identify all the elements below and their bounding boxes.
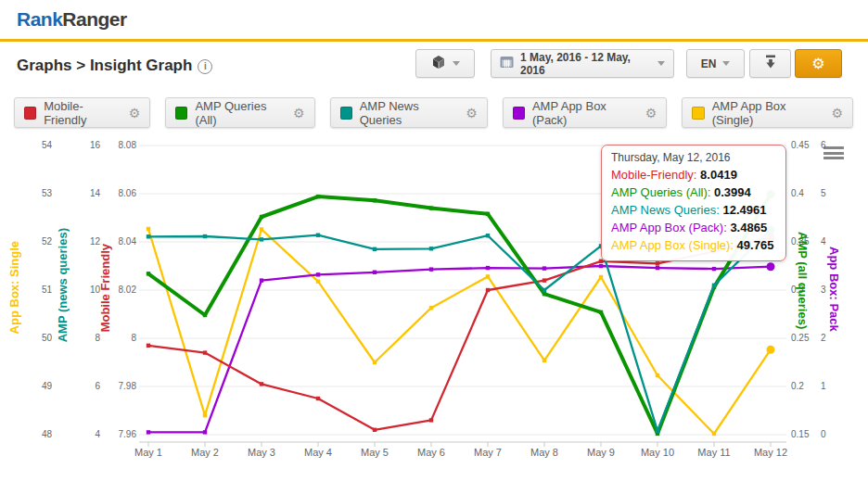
rankranger-app: RankRanger Graphs > Insight Graphi 1 May… <box>0 0 868 481</box>
chevron-down-icon <box>657 61 665 66</box>
y-axis-tick-single: 49 <box>26 381 52 392</box>
legend-button-amp-queries-all-[interactable]: AMP Queries (All)⚙ <box>165 97 314 128</box>
package-icon <box>431 55 446 73</box>
y-axis-tick-pack: 1 <box>821 381 837 392</box>
axis-title-pack: App Box: Pack <box>827 247 841 332</box>
package-dropdown-button[interactable] <box>415 49 475 78</box>
y-axis-tick-pack: 6 <box>821 140 837 151</box>
chevron-down-icon <box>453 61 460 66</box>
y-axis-tick-pack: 2 <box>821 333 837 344</box>
y-axis-tick-single: 48 <box>26 429 52 440</box>
settings-button[interactable]: ⚙ <box>795 49 842 78</box>
legend-button-amp-app-box-pack-[interactable]: AMP App Box (Pack)⚙ <box>503 97 668 128</box>
breadcrumb: Graphs > Insight Graphi <box>17 57 212 75</box>
y-axis-tick-mobile: 7.98 <box>106 381 136 392</box>
rankranger-logo[interactable]: RankRanger <box>17 8 127 31</box>
tooltip-row: AMP App Box (Single): 49.765 <box>611 236 776 254</box>
gear-icon: ⚙ <box>811 57 824 71</box>
y-axis-tick-news: 16 <box>76 140 100 151</box>
chevron-down-icon <box>722 61 730 66</box>
series-color-swatch <box>24 107 36 120</box>
y-axis-tick-all: 0.25 <box>791 333 819 344</box>
x-axis-label: May 9 <box>573 447 629 458</box>
series-color-swatch <box>513 107 525 120</box>
tooltip-row: Mobile-Friendly: 8.0419 <box>611 166 776 184</box>
axis-title-news: AMP (news queries) <box>56 228 70 342</box>
x-axis-label: May 12 <box>743 447 798 458</box>
series-color-swatch <box>175 107 187 120</box>
legend-button-mobile-friendly[interactable]: Mobile-Friendly⚙ <box>14 97 150 128</box>
language-dropdown[interactable]: EN <box>686 49 745 78</box>
download-icon <box>764 55 777 72</box>
y-axis-tick-news: 14 <box>76 188 100 199</box>
chart-tooltip: Thursday, May 12, 2016 Mobile-Friendly: … <box>601 145 786 261</box>
y-axis-tick-mobile: 8.06 <box>106 188 136 199</box>
date-range-value: 1 May, 2016 - 12 May, 2016 <box>520 51 651 77</box>
axis-title-single: App Box: Single <box>7 241 21 334</box>
y-axis-tick-single: 50 <box>26 333 52 344</box>
y-axis-tick-all: 0.45 <box>791 140 819 151</box>
date-range-picker[interactable]: 1 May, 2016 - 12 May, 2016 <box>491 49 674 78</box>
y-axis-tick-mobile: 7.96 <box>106 429 136 440</box>
logo-rank: Rank <box>17 8 62 30</box>
y-axis-tick-pack: 5 <box>821 188 837 199</box>
gear-icon[interactable]: ⚙ <box>293 107 305 120</box>
y-axis-tick-news: 10 <box>76 285 100 296</box>
y-axis-tick-news: 8 <box>76 333 100 344</box>
tooltip-rows: Mobile-Friendly: 8.0419AMP Queries (All)… <box>611 166 776 254</box>
legend-button-amp-news-queries[interactable]: AMP News Queries⚙ <box>330 97 488 128</box>
x-axis-label: May 8 <box>517 447 572 458</box>
toolbar-row: Graphs > Insight Graphi 1 May, 2016 - 12… <box>0 42 868 95</box>
x-axis-label: May 3 <box>234 447 289 458</box>
language-value: EN <box>701 57 717 70</box>
x-axis-label: May 6 <box>403 447 459 458</box>
info-icon[interactable]: i <box>198 59 212 74</box>
gear-icon[interactable]: ⚙ <box>645 107 657 120</box>
page-title: Graphs > Insight Graph <box>17 57 192 74</box>
y-axis-tick-news: 12 <box>76 236 100 247</box>
y-axis-tick-all: 0.4 <box>791 188 819 199</box>
series-color-swatch <box>692 107 704 120</box>
legend-label: AMP App Box (Single) <box>712 99 823 127</box>
y-axis-tick-mobile: 8 <box>106 333 136 344</box>
logo-ranger: Ranger <box>62 8 126 30</box>
y-axis-tick-news: 6 <box>76 381 100 392</box>
y-axis-tick-news: 4 <box>76 429 100 440</box>
axis-title-all: AMP (all queries) <box>796 232 810 329</box>
legend-label: Mobile-Friendly <box>44 99 121 127</box>
download-button[interactable] <box>749 49 791 78</box>
header-controls: 1 May, 2016 - 12 May, 2016 EN ⚙ <box>415 49 842 78</box>
y-axis-tick-all: 0.15 <box>791 429 819 440</box>
y-axis-tick-pack: 0 <box>821 429 837 440</box>
gear-icon[interactable]: ⚙ <box>466 107 478 120</box>
gear-icon[interactable]: ⚙ <box>831 107 843 120</box>
tooltip-row: AMP News Queries: 12.4961 <box>611 201 776 219</box>
legend-label: AMP App Box (Pack) <box>532 99 637 127</box>
x-axis-label: May 1 <box>121 447 176 458</box>
y-axis-tick-all: 0.2 <box>791 381 819 392</box>
tooltip-date: Thursday, May 12, 2016 <box>611 151 776 164</box>
legend-button-amp-app-box-single-[interactable]: AMP App Box (Single)⚙ <box>682 97 853 128</box>
x-axis-label: May 5 <box>347 447 402 458</box>
legend-label: AMP Queries (All) <box>195 99 285 127</box>
gear-icon[interactable]: ⚙ <box>129 107 141 120</box>
top-header: RankRanger <box>0 0 868 42</box>
x-axis-label: May 11 <box>686 447 742 458</box>
tooltip-row: AMP Queries (All): 0.3994 <box>611 184 776 201</box>
x-axis-label: May 7 <box>460 447 516 458</box>
series-color-swatch <box>340 107 352 120</box>
x-axis-label: May 4 <box>290 447 346 458</box>
insight-graph-chart: Thursday, May 12, 2016 Mobile-Friendly: … <box>0 137 868 481</box>
x-axis-label: May 10 <box>630 447 685 458</box>
y-axis-tick-single: 54 <box>26 140 52 151</box>
y-axis-tick-single: 53 <box>26 188 52 199</box>
legend-row: Mobile-Friendly⚙AMP Queries (All)⚙AMP Ne… <box>14 97 868 128</box>
calendar-icon <box>500 56 514 71</box>
y-axis-tick-mobile: 8.08 <box>106 140 136 151</box>
legend-label: AMP News Queries <box>360 99 457 127</box>
x-axis-label: May 2 <box>177 447 233 458</box>
y-axis-tick-single: 52 <box>26 236 52 247</box>
tooltip-row: AMP App Box (Pack): 3.4865 <box>611 219 776 236</box>
axis-title-mobile: Mobile Friendly <box>98 244 112 332</box>
y-axis-tick-single: 51 <box>26 285 52 296</box>
